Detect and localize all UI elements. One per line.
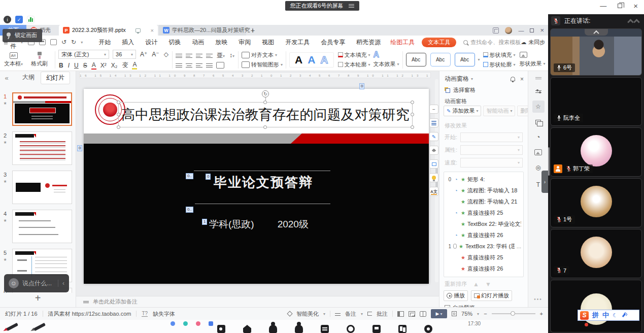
meeting-chat-overlay[interactable]: ☺ 说点什么... ‹ (4, 274, 69, 292)
chat-collapse-icon[interactable]: ‹ (58, 280, 64, 287)
slide-heading-text[interactable]: 毕业论文预答辩 (214, 174, 313, 191)
ime-toolbar[interactable]: S 拼 中 ☾ (578, 310, 639, 321)
increase-indent-icon[interactable] (206, 53, 213, 58)
slide-subtitle-text[interactable]: 学科(思政)2020级 (209, 218, 309, 231)
tab-document-inactive[interactable]: W 学科思政—20...问题及对策研究 (159, 25, 246, 36)
clear-format-button[interactable]: ◇ (163, 51, 169, 58)
animation-item[interactable]: ◔★直接连接符 26 (444, 229, 523, 241)
slideshow-play-button[interactable]: 幻灯片播放 (471, 290, 512, 301)
resize-handle[interactable] (117, 101, 120, 104)
animation-item[interactable]: ◔★直接连接符 25 (444, 207, 523, 218)
rotate-handle[interactable]: ↻ (262, 90, 269, 97)
restore-button[interactable] (618, 4, 622, 8)
strikethrough-button[interactable]: S (83, 62, 88, 69)
ime-lang-mode[interactable]: 中 (602, 311, 609, 320)
text-direction-button[interactable]: 亜▾ (216, 51, 225, 60)
tab-outline[interactable]: 大纲 (17, 72, 40, 84)
scrollbar-grip-icon[interactable] (532, 72, 545, 84)
animation-item[interactable]: ★直接连接符 26 (444, 263, 523, 274)
preview-button[interactable] (50, 39, 57, 45)
menu-tab[interactable]: 视图 (256, 38, 280, 47)
slide-canvas[interactable]: ↻ 高中思想政治课法治教育存在的问题及对策研究 毕业论文预答辩 学科(思政)20… (84, 89, 429, 284)
slide-thumbnail-item[interactable]: 4★ (0, 210, 76, 243)
settings-gear-icon[interactable] (424, 325, 432, 333)
app-restore-button[interactable] (530, 28, 534, 32)
participant-tile-阮李全[interactable]: 阮李全 (550, 77, 642, 126)
text-outline-button[interactable]: 文本轮廓▾ (338, 61, 370, 69)
italic-button[interactable]: I (67, 62, 70, 69)
format-painter-button[interactable]: 格式刷 (27, 52, 52, 68)
missing-font-label[interactable]: 缺失字体 (153, 310, 175, 318)
wordart-style-1[interactable]: A (295, 54, 302, 66)
font-size-select[interactable]: 36▾ (113, 50, 136, 59)
subscript-button[interactable]: X₂ (111, 62, 118, 69)
tab-text-tools[interactable]: 文本工具 (422, 38, 456, 47)
bold-button[interactable]: B (58, 62, 64, 69)
app-icon-blue[interactable] (171, 321, 175, 326)
resize-handle[interactable] (263, 101, 267, 104)
expand-panel-tab[interactable]: › (541, 171, 548, 193)
move-down-icon[interactable]: ▼ (485, 281, 491, 288)
red-pen-tool-icon[interactable] (3, 321, 20, 332)
beautify-button[interactable]: 智能美化 (296, 310, 319, 318)
underline-button[interactable]: U (74, 62, 79, 69)
command-search[interactable]: 查找命令、搜索模板 (463, 39, 521, 46)
collapse-panel-icon[interactable]: « (0, 74, 13, 82)
resize-handle[interactable] (411, 101, 414, 104)
property-select[interactable]: ▾ (460, 145, 523, 155)
normal-view-icon[interactable] (397, 311, 404, 317)
sidebar-scrollbar[interactable] (548, 147, 550, 176)
resize-handle[interactable] (117, 125, 120, 129)
customize-caret-icon[interactable]: ▾ (81, 40, 83, 45)
resize-handle[interactable] (411, 113, 414, 116)
shape-style-1[interactable]: Abc (406, 53, 426, 66)
insert-shape-button[interactable] (429, 159, 438, 169)
resize-handle[interactable] (117, 113, 120, 116)
chat-icon[interactable] (321, 325, 329, 333)
account-avatar[interactable] (505, 27, 512, 34)
add-effect-button[interactable]: ✎添加效果▾ (444, 106, 481, 116)
shrink-font-button[interactable]: A⁻ (151, 51, 159, 58)
shape-effect-button[interactable]: 形状效果▾ (520, 60, 546, 68)
close-pane-icon[interactable]: × (520, 76, 524, 83)
slide-sorter-view-icon[interactable] (409, 311, 415, 317)
fill-color-button[interactable] (429, 146, 438, 155)
animation-item[interactable]: ★流程图: 手动输入 21 (444, 196, 523, 207)
align-text-button[interactable]: 对齐文本▾ (242, 51, 283, 59)
menu-tab[interactable]: 放映 (210, 38, 233, 47)
wrench-icon[interactable] (621, 313, 626, 318)
toast-menu-icon[interactable] (349, 3, 354, 9)
number-list-icon[interactable] (186, 53, 192, 58)
smart-tips-button[interactable] (429, 173, 438, 182)
bullet-list-icon[interactable] (176, 53, 182, 58)
align-left-icon[interactable] (176, 62, 182, 68)
start-select[interactable]: ▾ (460, 132, 523, 142)
menu-tab[interactable]: 动画 (186, 38, 210, 47)
shield-icon[interactable]: ✓ (15, 16, 23, 23)
participant-icon[interactable] (295, 325, 303, 333)
lock-screen-tooltip[interactable]: 锁定画面 (3, 29, 42, 42)
participant-tile-郭丁荣[interactable]: 郭丁荣 (550, 127, 642, 177)
font-family-select[interactable]: 宋体 (正文)▾ (58, 50, 109, 59)
app-close-button[interactable]: × (540, 26, 544, 34)
menu-tab[interactable]: 审阅 (233, 38, 256, 47)
screen-share-icon[interactable] (372, 325, 381, 333)
emoji-icon[interactable]: ☺ (9, 278, 19, 288)
slide-thumbnail-item[interactable]: 2★ (0, 131, 76, 165)
member-icon[interactable] (269, 325, 277, 333)
slide-thumb-preview[interactable] (12, 210, 72, 243)
text-effect-button[interactable]: 文本效果▾ (374, 60, 399, 68)
zoom-out-button[interactable]: − (484, 311, 487, 317)
title-textbox-selected[interactable]: ↻ 高中思想政治课法治教育存在的问题及对策研究 (118, 102, 413, 127)
app-icon-square[interactable] (209, 321, 213, 326)
mic-muted-icon[interactable] (551, 16, 560, 25)
tab-slides[interactable]: 幻灯片 (41, 72, 70, 84)
shape-style-2[interactable]: Abc (430, 53, 451, 66)
menu-tab[interactable]: 插入 (116, 38, 140, 47)
app-icon-teal[interactable] (183, 321, 188, 326)
selection-pane-button[interactable]: 选择窗格 (445, 86, 476, 94)
new-tab-button[interactable]: + (246, 25, 259, 36)
add-slide-button[interactable]: + (0, 292, 76, 304)
menu-tab[interactable]: 切换 (163, 38, 186, 47)
zoom-slider[interactable] (492, 313, 535, 314)
